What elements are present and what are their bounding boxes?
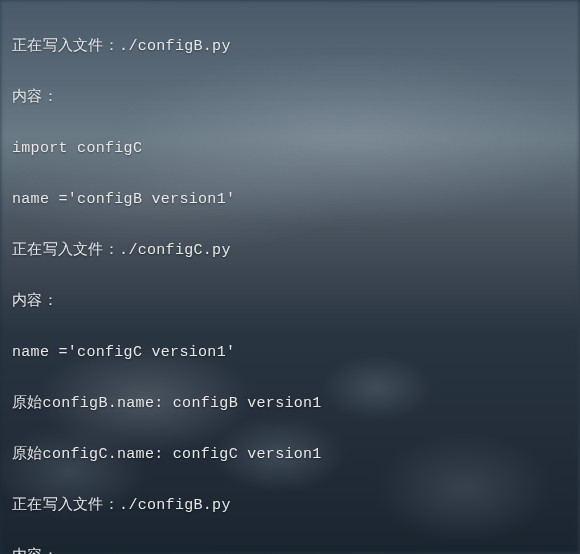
terminal-line: 内容： — [12, 544, 568, 555]
terminal-line: 原始configB.name: configB version1 — [12, 391, 568, 417]
terminal-line: name ='configC version1' — [12, 340, 568, 366]
terminal-line: name ='configB version1' — [12, 187, 568, 213]
terminal-line: import configC — [12, 136, 568, 162]
terminal-line: 内容： — [12, 289, 568, 315]
terminal-line: 内容： — [12, 85, 568, 111]
terminal-line: 正在写入文件：./configC.py — [12, 238, 568, 264]
terminal-line: 原始configC.name: configC version1 — [12, 442, 568, 468]
terminal-line: 正在写入文件：./configB.py — [12, 34, 568, 60]
terminal-line: 正在写入文件：./configB.py — [12, 493, 568, 519]
terminal-output: 正在写入文件：./configB.py 内容： import configC n… — [0, 0, 580, 554]
